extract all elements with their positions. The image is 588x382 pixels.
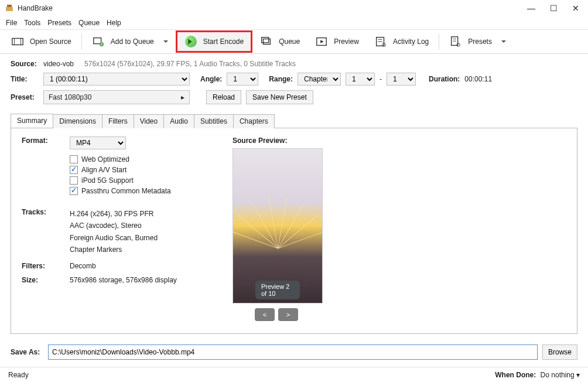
angle-select[interactable]: 1 xyxy=(227,73,258,86)
svg-rect-2 xyxy=(12,39,23,45)
title-select[interactable]: 1 (00:00:11) xyxy=(43,73,190,86)
duration-value: 00:00:11 xyxy=(464,75,492,83)
range-from-select[interactable]: 1 xyxy=(346,73,375,86)
web-optimized-check[interactable]: Web Optimized xyxy=(70,155,209,163)
preview-button[interactable]: Preview xyxy=(307,30,367,53)
preset-label: Preset: xyxy=(11,93,39,101)
svg-rect-0 xyxy=(6,7,13,11)
save-as-input[interactable] xyxy=(48,345,538,360)
svg-rect-5 xyxy=(93,38,101,44)
presets-icon xyxy=(449,35,462,48)
svg-text:+: + xyxy=(100,42,102,46)
filters-value: Decomb xyxy=(70,262,96,270)
range-label: Range: xyxy=(269,75,293,83)
browse-button[interactable]: Browse xyxy=(542,345,577,360)
svg-point-19 xyxy=(457,43,460,47)
ipod-check[interactable]: iPod 5G Support xyxy=(70,176,209,185)
preview-icon xyxy=(315,35,328,48)
tracks-list: H.264 (x264), 30 FPS PFR AAC (avcodec), … xyxy=(70,208,158,256)
queue-icon xyxy=(260,35,273,48)
open-source-button[interactable]: Open Source xyxy=(4,30,79,53)
tab-dimensions[interactable]: Dimensions xyxy=(53,114,102,128)
add-queue-icon: + xyxy=(92,35,105,48)
duration-label: Duration: xyxy=(429,75,460,83)
menu-help[interactable]: Help xyxy=(107,19,121,27)
when-done-label: When Done: xyxy=(495,371,536,379)
app-icon xyxy=(5,4,14,13)
source-preview-label: Source Preview: xyxy=(233,137,566,145)
tab-summary[interactable]: Summary xyxy=(11,114,53,128)
status-text: Ready xyxy=(8,371,29,379)
align-av-check[interactable]: Align A/V Start xyxy=(70,166,209,174)
svg-rect-1 xyxy=(7,5,12,7)
film-icon xyxy=(11,35,24,48)
tab-chapters[interactable]: Chapters xyxy=(233,114,275,128)
title-label: Title: xyxy=(11,75,39,83)
preview-prev-button[interactable]: < xyxy=(255,308,275,321)
source-label: Source: xyxy=(11,60,39,68)
source-preview-image: Preview 2 of 10 xyxy=(233,148,323,303)
tab-subtitles[interactable]: Subtitles xyxy=(194,114,234,128)
play-icon xyxy=(184,35,197,48)
preset-select[interactable]: Fast 1080p30 ▸ xyxy=(43,90,190,104)
preview-next-button[interactable]: > xyxy=(278,308,298,321)
menu-queue[interactable]: Queue xyxy=(78,19,100,27)
tab-audio[interactable]: Audio xyxy=(163,114,194,128)
metadata-check[interactable]: Passthru Common Metadata xyxy=(70,187,209,195)
presets-button[interactable]: Presets xyxy=(442,30,514,53)
tab-video[interactable]: Video xyxy=(134,114,164,128)
menu-tools[interactable]: Tools xyxy=(24,19,40,27)
maximize-button[interactable]: ☐ xyxy=(549,4,558,12)
chevron-down-icon: ▾ xyxy=(576,371,580,379)
tab-filters[interactable]: Filters xyxy=(102,114,134,128)
start-encode-button[interactable]: Start Encode xyxy=(176,30,252,53)
svg-rect-9 xyxy=(264,39,271,44)
range-to-select[interactable]: 1 xyxy=(387,73,416,86)
svg-rect-8 xyxy=(262,37,269,43)
range-type-select[interactable]: Chapters xyxy=(298,73,341,86)
save-as-label: Save As: xyxy=(11,348,43,356)
menu-file[interactable]: File xyxy=(6,19,17,27)
when-done-select[interactable]: Do nothing ▾ xyxy=(541,371,580,379)
save-new-preset-button[interactable]: Save New Preset xyxy=(246,90,313,104)
format-label: Format: xyxy=(22,137,70,149)
source-details: 576x1024 (576x1024), 29.97 FPS, 1 Audio … xyxy=(84,60,296,68)
log-icon xyxy=(374,35,387,48)
add-to-queue-button[interactable]: + Add to Queue xyxy=(84,30,176,53)
source-name: video-vob xyxy=(43,60,74,68)
angle-label: Angle: xyxy=(200,75,222,83)
filters-label: Filters: xyxy=(22,262,70,270)
preview-counter: Preview 2 of 10 xyxy=(255,281,300,299)
format-select[interactable]: MP4 xyxy=(70,137,126,149)
svg-marker-11 xyxy=(320,40,324,43)
queue-button[interactable]: Queue xyxy=(252,30,307,53)
tracks-label: Tracks: xyxy=(22,208,70,256)
menu-presets[interactable]: Presets xyxy=(47,19,71,27)
activity-log-button[interactable]: Activity Log xyxy=(367,30,436,53)
chevron-right-icon: ▸ xyxy=(181,93,184,101)
window-title: HandBrake xyxy=(18,4,527,12)
minimize-button[interactable]: — xyxy=(527,4,535,12)
close-button[interactable]: ✕ xyxy=(572,4,580,12)
reload-button[interactable]: Reload xyxy=(206,90,241,104)
size-value: 576x986 storage, 576x986 display xyxy=(70,276,177,284)
size-label: Size: xyxy=(22,276,70,284)
